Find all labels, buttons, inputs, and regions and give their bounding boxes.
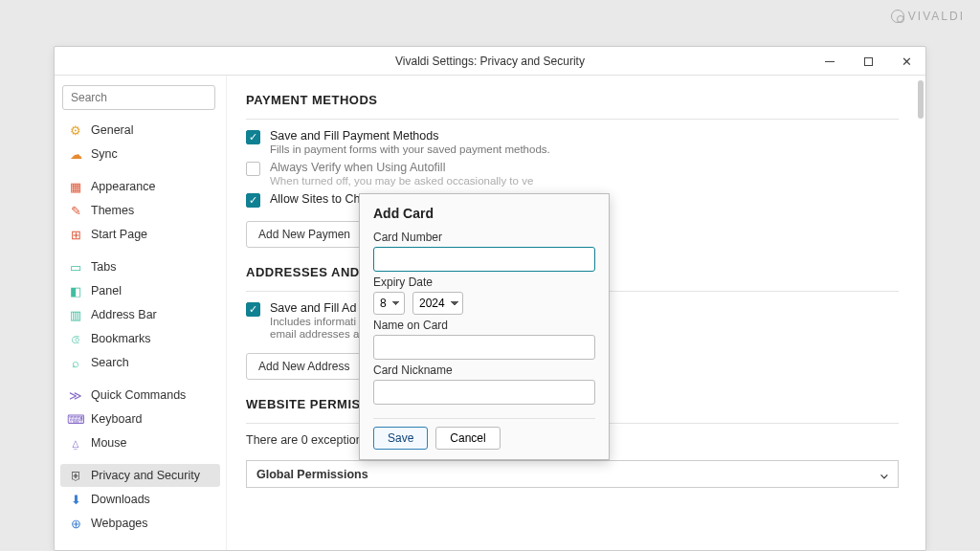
search-icon: ⌕ <box>68 355 83 370</box>
sublabel: email addresses a <box>270 328 359 340</box>
sidebar-item-label: Sync <box>91 147 118 161</box>
sidebar-item-start-page[interactable]: ⊞Start Page <box>60 223 220 246</box>
cloud-icon: ☁ <box>68 146 83 162</box>
sidebar-item-themes[interactable]: ✎Themes <box>60 199 220 222</box>
sidebar: ⚙General☁Sync▦Appearance✎Themes⊞Start Pa… <box>55 76 227 550</box>
label: Allow Sites to Ch <box>270 192 360 206</box>
appearance-icon: ▦ <box>68 179 83 194</box>
global-permissions-row[interactable]: Global Permissions ⌵ <box>246 460 899 488</box>
sidebar-item-label: Search <box>91 356 129 369</box>
checkbox-save-fill-addresses[interactable] <box>246 302 260 317</box>
scrollbar-thumb[interactable] <box>918 80 924 119</box>
mouse-icon: ⍙ <box>68 435 83 451</box>
grid-icon: ⊞ <box>68 227 83 242</box>
sidebar-item-label: Downloads <box>91 493 150 506</box>
bookmark-icon: ⟃ <box>68 331 83 346</box>
globe-icon: ⊕ <box>68 516 83 531</box>
sidebar-item-sync[interactable]: ☁Sync <box>60 143 220 165</box>
checkbox-save-fill-payment[interactable] <box>246 130 260 144</box>
label: Always Verify when Using Autofill <box>270 161 533 174</box>
window-title: Vivaldi Settings: Privacy and Security <box>395 55 585 68</box>
window-controls: ✕ <box>811 47 925 76</box>
sublabel: Fills in payment forms with your saved p… <box>270 143 550 155</box>
sidebar-item-label: Bookmarks <box>91 332 151 345</box>
expiry-label: Expiry Date <box>373 276 595 289</box>
minimize-button[interactable] <box>811 47 849 76</box>
sidebar-item-label: Quick Commands <box>91 388 186 402</box>
address-icon: ▥ <box>68 307 83 322</box>
sidebar-item-label: Tabs <box>91 260 116 274</box>
sidebar-item-label: Appearance <box>91 180 155 193</box>
card-number-input[interactable] <box>373 247 595 272</box>
sidebar-item-keyboard[interactable]: ⌨Keyboard <box>60 408 220 430</box>
expiry-year-select[interactable]: 2024 <box>412 292 463 315</box>
add-address-button[interactable]: Add New Address <box>246 353 362 380</box>
add-payment-button[interactable]: Add New Paymen <box>246 221 363 248</box>
sidebar-item-mouse[interactable]: ⍙Mouse <box>60 431 220 454</box>
opt-save-fill-payment[interactable]: Save and Fill Payment Methods Fills in p… <box>246 129 899 155</box>
sidebar-item-webpages[interactable]: ⊕Webpages <box>60 512 220 535</box>
sidebar-item-appearance[interactable]: ▦Appearance <box>60 175 220 198</box>
card-nickname-label: Card Nickname <box>373 364 595 377</box>
titlebar: Vivaldi Settings: Privacy and Security ✕ <box>55 47 925 76</box>
panel-icon: ◧ <box>68 283 83 298</box>
sidebar-item-label: Mouse <box>91 436 127 450</box>
brand-mark: VIVALDI <box>891 10 965 23</box>
sublabel: When turned off, you may be asked occasi… <box>270 175 533 187</box>
sidebar-item-label: Webpages <box>91 517 148 530</box>
dialog-title: Add Card <box>373 206 595 221</box>
sidebar-item-label: Privacy and Security <box>91 469 200 482</box>
cancel-button[interactable]: Cancel <box>435 427 500 450</box>
sidebar-item-label: Address Bar <box>91 308 157 321</box>
sidebar-item-downloads[interactable]: ⬇Downloads <box>60 488 220 511</box>
expiry-month-select[interactable]: 8 <box>373 292 405 315</box>
maximize-button[interactable] <box>849 47 887 76</box>
sidebar-item-label: General <box>91 123 133 137</box>
bolt-icon: ≫ <box>68 387 83 403</box>
sidebar-item-quick-commands[interactable]: ≫Quick Commands <box>60 384 220 407</box>
sidebar-item-address-bar[interactable]: ▥Address Bar <box>60 303 220 326</box>
brand-text: VIVALDI <box>908 10 965 23</box>
sidebar-item-general[interactable]: ⚙General <box>60 119 220 142</box>
checkbox-allow-sites[interactable] <box>246 193 260 208</box>
sidebar-item-bookmarks[interactable]: ⟃Bookmarks <box>60 327 220 350</box>
close-button[interactable]: ✕ <box>887 47 925 76</box>
sidebar-item-panel[interactable]: ◧Panel <box>60 279 220 302</box>
download-icon: ⬇ <box>68 492 83 507</box>
add-card-dialog: Add Card Card Number Expiry Date 8 2024 … <box>359 193 610 460</box>
name-on-card-label: Name on Card <box>373 319 595 332</box>
keyboard-icon: ⌨ <box>68 411 83 427</box>
sublabel: Includes informati <box>270 316 359 327</box>
save-button[interactable]: Save <box>373 427 428 450</box>
label: Save and Fill Ad <box>270 301 359 315</box>
sidebar-search-input[interactable] <box>62 85 215 110</box>
section-payment-heading: PAYMENT METHODS <box>246 93 899 113</box>
sidebar-item-label: Themes <box>91 204 134 217</box>
card-number-label: Card Number <box>373 231 595 244</box>
sidebar-item-privacy-and-security[interactable]: ⛨Privacy and Security <box>60 464 220 487</box>
sidebar-item-search[interactable]: ⌕Search <box>60 351 220 374</box>
sidebar-item-tabs[interactable]: ▭Tabs <box>60 255 220 278</box>
checkbox-verify-autofill[interactable] <box>246 162 260 176</box>
themes-icon: ✎ <box>68 203 83 218</box>
tabs-icon: ▭ <box>68 259 83 275</box>
gear-icon: ⚙ <box>68 122 83 138</box>
sidebar-item-label: Start Page <box>91 228 147 241</box>
sidebar-item-label: Panel <box>91 284 122 298</box>
label: Save and Fill Payment Methods <box>270 129 550 143</box>
shield-icon: ⛨ <box>68 468 83 483</box>
name-on-card-input[interactable] <box>373 335 595 360</box>
chevron-icon: ⌵ <box>880 467 888 481</box>
sidebar-item-label: Keyboard <box>91 412 143 426</box>
card-nickname-input[interactable] <box>373 380 595 405</box>
global-permissions-label: Global Permissions <box>256 468 368 481</box>
opt-verify-autofill[interactable]: Always Verify when Using Autofill When t… <box>246 161 899 187</box>
vivaldi-logo-icon <box>891 10 904 23</box>
